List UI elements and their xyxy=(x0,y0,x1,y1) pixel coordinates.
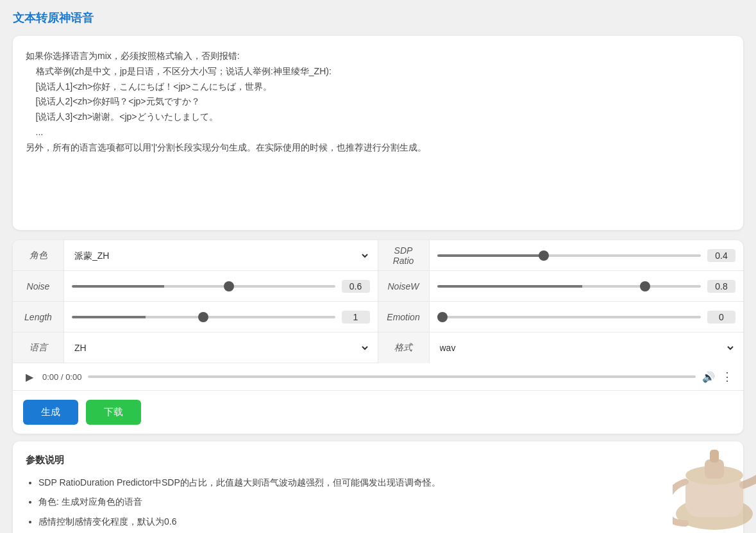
length-value: 1 xyxy=(342,311,370,324)
noise-slider[interactable] xyxy=(72,285,335,288)
role-content: 派蒙_ZH 神里绫华_ZH 雷电将军_ZH xyxy=(64,245,378,266)
format-content: wav mp3 xyxy=(430,337,744,359)
format-select[interactable]: wav mp3 xyxy=(437,342,736,354)
audio-player: ▶ 0:00 / 0:00 🔊 ⋮ xyxy=(13,363,743,391)
noiw-slider-wrapper xyxy=(437,285,701,288)
sdp-value: 0.4 xyxy=(707,249,735,262)
length-slider[interactable] xyxy=(72,316,335,318)
sdp-label: SDP Ratio xyxy=(378,240,430,270)
noise-row: Noise 0.6 xyxy=(13,271,378,302)
noiw-label: NoiseW xyxy=(378,271,430,301)
length-label: Length xyxy=(13,302,64,332)
text-input[interactable] xyxy=(26,49,730,215)
noiw-content: 0.8 xyxy=(430,275,744,298)
more-button[interactable]: ⋮ xyxy=(721,370,733,384)
params-card: 参数说明 SDP RatioDuration Predictor中SDP的占比，… xyxy=(13,441,743,533)
emotion-value: 0 xyxy=(707,311,735,324)
noise-value: 0.6 xyxy=(342,280,370,293)
emotion-slider[interactable] xyxy=(437,316,701,318)
noiw-slider[interactable] xyxy=(437,285,701,288)
noiw-value: 0.8 xyxy=(707,280,735,293)
lang-select[interactable]: ZH JP MIX xyxy=(72,342,370,354)
emotion-row: Emotion 0 xyxy=(378,302,744,332)
role-row: 角色 派蒙_ZH 神里绫华_ZH 雷电将军_ZH xyxy=(13,240,378,271)
emotion-label: Emotion xyxy=(378,302,430,332)
lang-content: ZH JP MIX xyxy=(64,337,378,359)
length-content: 1 xyxy=(64,306,378,329)
text-input-card xyxy=(13,36,743,230)
sdp-row: SDP Ratio 0.4 xyxy=(378,240,744,271)
emotion-slider-wrapper xyxy=(437,316,701,318)
param-item-3: 感情控制感情变化程度，默认为0.6 xyxy=(38,514,730,529)
controls-card: 角色 派蒙_ZH 神里绫华_ZH 雷电将军_ZH SDP Ratio 0.4 xyxy=(13,240,743,434)
noise-content: 0.6 xyxy=(64,275,378,298)
format-label: 格式 xyxy=(378,332,430,363)
role-label: 角色 xyxy=(13,240,64,270)
emotion-content: 0 xyxy=(430,306,744,329)
sdp-slider-wrapper xyxy=(437,254,701,257)
time-display: 0:00 / 0:00 xyxy=(42,372,81,382)
noise-label: Noise xyxy=(13,271,64,301)
generate-button[interactable]: 生成 xyxy=(23,400,78,425)
params-list: SDP RatioDuration Predictor中SDP的占比，此值越大则… xyxy=(26,475,730,533)
page-title: 文本转原神语音 xyxy=(13,10,743,26)
length-row: Length 1 xyxy=(13,302,378,332)
action-buttons: 生成 下载 xyxy=(13,391,743,434)
noise-slider-wrapper xyxy=(72,285,335,288)
role-select[interactable]: 派蒙_ZH 神里绫华_ZH 雷电将军_ZH xyxy=(72,250,370,261)
params-title: 参数说明 xyxy=(26,454,730,466)
length-slider-wrapper xyxy=(72,316,335,318)
noiw-row: NoiseW 0.8 xyxy=(378,271,744,302)
param-item-2: 角色: 生成对应角色的语音 xyxy=(38,495,730,509)
format-row: 格式 wav mp3 xyxy=(378,332,744,363)
param-item-1: SDP RatioDuration Predictor中SDP的占比，此值越大则… xyxy=(38,475,730,489)
volume-button[interactable]: 🔊 xyxy=(702,371,715,383)
sdp-slider[interactable] xyxy=(437,254,701,257)
play-button[interactable]: ▶ xyxy=(23,371,36,383)
sdp-content: 0.4 xyxy=(430,244,744,267)
download-button[interactable]: 下载 xyxy=(86,400,141,425)
audio-progress-bar[interactable] xyxy=(88,375,696,378)
lang-row: 语言 ZH JP MIX xyxy=(13,332,378,363)
lang-label: 语言 xyxy=(13,332,64,363)
